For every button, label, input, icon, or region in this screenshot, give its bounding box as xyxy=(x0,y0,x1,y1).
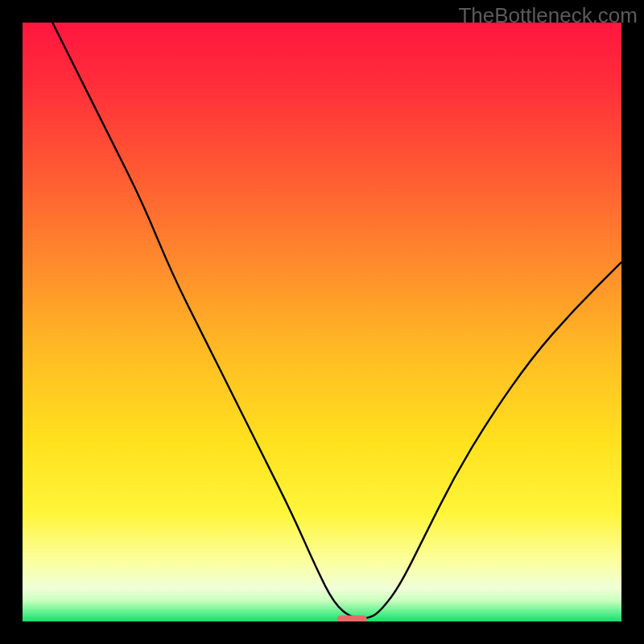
chart-frame: TheBottleneck.com xyxy=(0,0,644,644)
chart-svg xyxy=(23,23,621,621)
plot-area xyxy=(23,23,621,621)
valley-marker xyxy=(337,616,367,621)
watermark-text: TheBottleneck.com xyxy=(458,3,638,28)
chart-background xyxy=(23,23,621,621)
